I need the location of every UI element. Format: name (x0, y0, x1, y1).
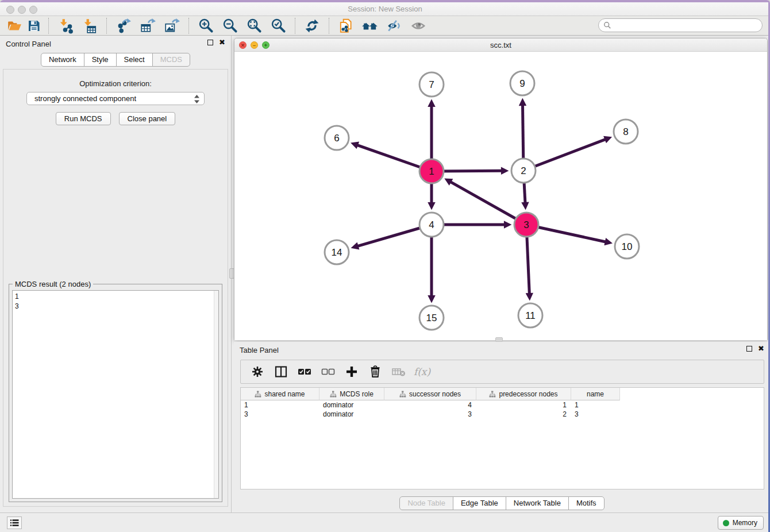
hide-graphics-details-icon[interactable] (382, 17, 406, 34)
network-canvas[interactable]: 7968124314101511 (234, 52, 767, 340)
open-folder-icon[interactable] (5, 17, 24, 34)
column-header-name[interactable]: name (571, 388, 620, 400)
table-cell[interactable]: 4 (384, 400, 476, 410)
result-line: 1 (15, 292, 218, 302)
control-panel-tabs: NetworkStyleSelectMCDS (0, 53, 231, 67)
toggle-column-view-icon[interactable] (270, 362, 291, 381)
table-cell[interactable]: 1 (571, 400, 620, 410)
node-15[interactable]: 15 (419, 306, 444, 330)
run-mcds-button[interactable]: Run MCDS (56, 112, 111, 125)
node-11[interactable]: 11 (518, 303, 542, 327)
mcds-result-title: MCDS result (2 nodes) (13, 280, 93, 288)
network-window: ✕ – + scc.txt 7968124314101511 (234, 38, 768, 340)
tab-network-table[interactable]: Network Table (506, 496, 569, 510)
tab-mcds[interactable]: MCDS (152, 53, 190, 67)
import-network-icon[interactable] (53, 17, 78, 34)
table-panel: Table Panel ✖ (234, 342, 770, 498)
memory-button[interactable]: Memory (718, 516, 764, 530)
mcds-result-group: MCDS result (2 nodes) 13 (9, 284, 222, 502)
table-settings-gear-icon[interactable] (247, 362, 268, 381)
edge-3-to-1[interactable] (451, 182, 526, 225)
show-graphics-details-icon[interactable] (406, 17, 430, 34)
toolbar-separator (188, 18, 189, 34)
table-cell[interactable]: 3 (571, 410, 620, 419)
fit-content-icon[interactable] (242, 17, 266, 34)
horizontal-splitter-handle[interactable] (495, 337, 503, 342)
node-label: 14 (332, 247, 342, 258)
tab-edge-table[interactable]: Edge Table (453, 496, 506, 510)
table-row[interactable]: 1dominator411 (241, 400, 764, 410)
tab-motifs[interactable]: Motifs (568, 496, 605, 510)
function-builder-icon[interactable]: f(x) (411, 362, 433, 381)
node-3[interactable]: 3 (514, 213, 538, 237)
mcds-result-list[interactable]: 13 (12, 290, 219, 499)
tree-hierarchy-icon (330, 391, 337, 398)
unselect-all-columns-icon[interactable] (317, 362, 338, 381)
node-4[interactable]: 4 (419, 213, 444, 237)
mcds-tab-content: Optimization criterion: strongly connect… (3, 69, 228, 507)
tree-hierarchy-icon (255, 391, 261, 398)
table-cell[interactable]: 2 (476, 410, 571, 419)
node-7[interactable]: 7 (419, 72, 444, 97)
search-field[interactable] (598, 18, 763, 32)
export-network-icon[interactable] (111, 17, 136, 34)
column-header-predecessor-nodes[interactable]: predecessor nodes (476, 388, 571, 400)
node-10[interactable]: 10 (615, 234, 639, 259)
node-table[interactable]: shared nameMCDS rolesuccessor nodesprede… (240, 387, 764, 489)
criterion-dropdown[interactable]: strongly connected component (26, 92, 205, 105)
zoom-in-icon[interactable] (194, 17, 218, 34)
column-header-MCDS-role[interactable]: MCDS role (319, 388, 384, 400)
zoom-out-icon[interactable] (218, 17, 242, 34)
node-label: 6 (334, 133, 339, 144)
table-cell[interactable]: dominator (319, 410, 384, 419)
import-table-icon[interactable] (78, 17, 102, 34)
column-header-shared-name[interactable]: shared name (241, 388, 319, 400)
result-scrollbar[interactable] (214, 291, 218, 498)
node-14[interactable]: 14 (325, 240, 349, 264)
table-cell[interactable]: 1 (241, 400, 319, 410)
search-input[interactable] (614, 21, 757, 29)
search-icon (603, 21, 611, 29)
network-window-title-bar[interactable]: ✕ – + scc.txt (234, 38, 767, 52)
node-9[interactable]: 9 (510, 71, 534, 95)
tree-hierarchy-icon (489, 391, 496, 398)
close-table-panel-icon[interactable]: ✖ (758, 346, 764, 352)
table-panel-title: Table Panel (240, 346, 279, 354)
node-8[interactable]: 8 (614, 119, 638, 144)
table-cell[interactable]: 1 (476, 400, 571, 410)
task-history-button[interactable] (7, 516, 22, 529)
save-icon[interactable] (24, 17, 44, 34)
export-image-icon[interactable] (160, 17, 184, 34)
close-panel-button[interactable]: Close panel (119, 112, 176, 125)
column-header-successor-nodes[interactable]: successor nodes (384, 388, 476, 400)
select-all-columns-icon[interactable] (294, 362, 315, 381)
add-column-icon[interactable] (341, 362, 362, 381)
table-cell[interactable]: dominator (319, 400, 384, 410)
main-title-bar: Session: New Session (0, 2, 770, 16)
node-1[interactable]: 1 (419, 159, 444, 183)
refresh-layout-icon[interactable] (300, 17, 324, 34)
dropdown-stepper-icon (194, 94, 200, 104)
table-row[interactable]: 3dominator323 (241, 410, 764, 419)
tab-style[interactable]: Style (84, 53, 117, 67)
table-cell[interactable]: 3 (241, 410, 319, 419)
close-panel-icon[interactable]: ✖ (219, 40, 225, 45)
export-table-icon[interactable] (136, 17, 160, 34)
float-table-panel-icon[interactable] (746, 346, 752, 352)
zoom-selected-icon[interactable] (266, 17, 290, 34)
session-title: Session: New Session (0, 5, 770, 13)
tab-node-table[interactable]: Node Table (399, 496, 453, 510)
edge-2-to-8[interactable] (523, 140, 606, 171)
tab-select[interactable]: Select (116, 53, 153, 67)
main-toolbar (0, 16, 770, 36)
node-2[interactable]: 2 (511, 159, 536, 183)
node-label: 4 (429, 219, 434, 230)
tab-network[interactable]: Network (41, 53, 84, 67)
delete-columns-trash-icon[interactable] (364, 362, 386, 381)
table-cell[interactable]: 3 (384, 410, 476, 419)
delete-table-icon[interactable] (388, 362, 409, 381)
node-6[interactable]: 6 (325, 126, 349, 150)
network-overview-icon[interactable] (358, 17, 382, 34)
clone-network-icon[interactable] (334, 17, 358, 34)
float-panel-icon[interactable] (207, 40, 213, 45)
